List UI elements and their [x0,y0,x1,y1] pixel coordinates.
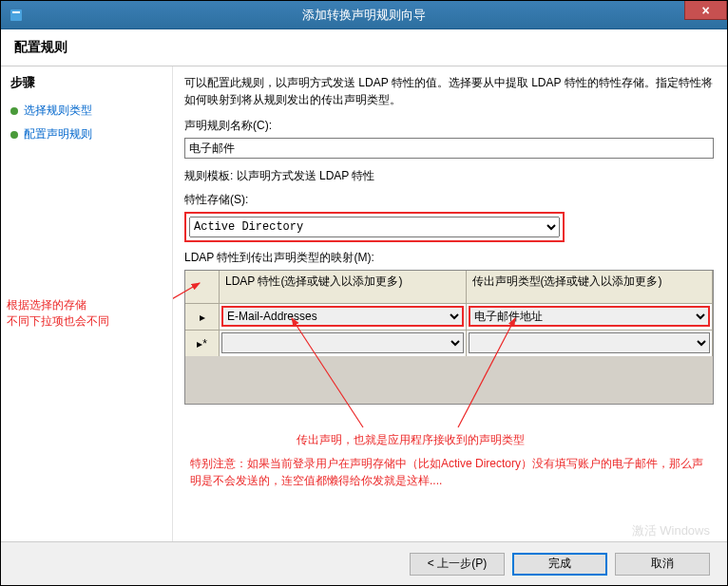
sidebar: 步骤 选择规则类型 配置声明规则 [1,66,172,556]
description-text: 可以配置此规则，以声明方式发送 LDAP 特性的值。选择要从中提取 LDAP 特… [184,74,714,108]
table-row: ▸ E-Mail-Addresses 电子邮件地址 [185,303,713,330]
grid-spacer [185,356,713,404]
ldap-attr-cell [220,331,467,356]
bullet-icon [10,131,18,139]
rule-name-label: 声明规则名称(C): [184,118,714,134]
grid-corner [185,271,220,303]
annotation-mid: 传出声明，也就是应用程序接收到的声明类型 [297,432,525,448]
window-title: 添加转换声明规则向导 [302,7,426,24]
steps-heading: 步骤 [10,74,163,91]
outgoing-claim-select[interactable] [469,332,711,353]
page-title: 配置规则 [14,39,714,56]
outgoing-claim-cell: 电子邮件地址 [467,304,714,330]
grid-header: LDAP 特性(选择或键入以添加更多) 传出声明类型(选择或键入以添加更多) [185,271,713,303]
mapping-grid: LDAP 特性(选择或键入以添加更多) 传出声明类型(选择或键入以添加更多) ▸… [184,270,714,405]
sidebar-item-label: 配置声明规则 [24,126,92,142]
sidebar-item-label: 选择规则类型 [24,103,92,119]
row-marker-current: ▸ [185,304,220,330]
finish-button[interactable]: 完成 [512,553,607,576]
attr-store-label: 特性存储(S): [184,192,714,208]
row-marker-new: ▸* [185,331,220,356]
header-section: 配置规则 [1,29,727,66]
bullet-icon [10,107,18,115]
table-row: ▸* [185,330,713,356]
svg-rect-0 [10,9,22,21]
ldap-attr-cell: E-Mail-Addresses [220,304,467,330]
ldap-attr-select[interactable]: E-Mail-Addresses [221,306,464,327]
rule-name-input[interactable] [184,138,714,159]
svg-rect-1 [12,11,20,13]
outgoing-claim-cell [467,331,714,356]
mapping-label: LDAP 特性到传出声明类型的映射(M): [184,250,714,266]
prev-button[interactable]: < 上一步(P) [410,553,505,576]
attr-store-select[interactable]: Active Directory [189,217,560,237]
sidebar-item-configure-claim-rule[interactable]: 配置声明规则 [10,123,163,146]
close-button[interactable]: × [684,1,727,20]
sidebar-item-select-rule-type[interactable]: 选择规则类型 [10,99,163,123]
attr-store-highlight: Active Directory [184,212,565,242]
template-label: 规则模板: 以声明方式发送 LDAP 特性 [184,168,714,184]
cancel-button[interactable]: 取消 [615,553,710,576]
button-bar: < 上一步(P) 完成 取消 [1,541,727,585]
grid-col-claim: 传出声明类型(选择或键入以添加更多) [467,271,714,303]
watermark: 激活 Windows [632,522,710,539]
main-panel: 可以配置此规则，以声明方式发送 LDAP 特性的值。选择要从中提取 LDAP 特… [172,66,727,556]
content-area: 步骤 选择规则类型 配置声明规则 可以配置此规则，以声明方式发送 LDAP 特性… [1,66,727,556]
grid-col-ldap: LDAP 特性(选择或键入以添加更多) [220,271,467,303]
app-icon [9,8,24,23]
close-icon: × [701,3,709,18]
annotation-bottom: 特别注意：如果当前登录用户在声明存储中（比如Active Directory）没… [190,455,714,489]
ldap-attr-select[interactable] [221,332,464,353]
outgoing-claim-select[interactable]: 电子邮件地址 [469,306,711,327]
titlebar: 添加转换声明规则向导 × [1,1,727,29]
